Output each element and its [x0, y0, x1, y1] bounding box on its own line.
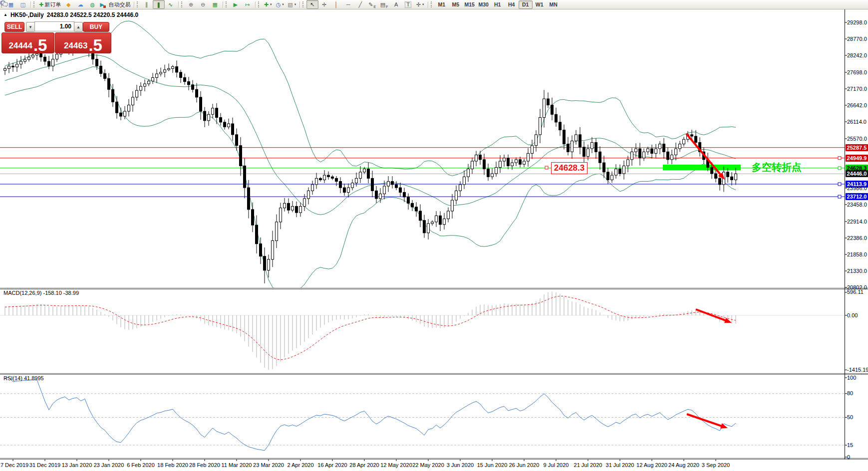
chart-shift-icon: ↦: [245, 2, 250, 7]
text-icon: A: [394, 2, 398, 7]
price-axis-label: 21330.0: [847, 268, 867, 274]
date-axis-label: 23 Mar 2020: [253, 462, 284, 468]
timeframe-h4-button[interactable]: H4: [505, 0, 519, 9]
buy-price-box[interactable]: 24463 .5: [55, 32, 111, 53]
date-axis-label: 15 Jun 2020: [477, 462, 508, 468]
cursor-button[interactable]: ↖: [306, 0, 318, 9]
cloud-publish-button[interactable]: ☁: [74, 0, 86, 9]
sell-price-box[interactable]: 24444 .5: [1, 32, 54, 53]
buy-price-frac: .5: [88, 39, 102, 52]
chart-shift-button[interactable]: ↦: [242, 0, 254, 9]
buy-price-main: 24463: [64, 41, 87, 50]
volume-increase-button[interactable]: ▲: [74, 22, 83, 32]
line-endpoint-handle[interactable]: [838, 157, 841, 160]
trendline-button[interactable]: ╱: [354, 0, 366, 9]
rsi-axis-label: 0: [847, 454, 850, 460]
bar-chart-button[interactable]: ∥: [141, 0, 153, 9]
trendline-icon: ╱: [358, 2, 362, 7]
fibo-channel-button[interactable]: ▤F: [378, 0, 390, 9]
sell-price-frac: .5: [33, 39, 47, 52]
timeframe-m15-button[interactable]: M15: [463, 0, 477, 9]
macd-axis-label: 0.00: [847, 312, 858, 318]
timeframe-m5-button[interactable]: M5: [449, 0, 463, 9]
line-endpoint-handle[interactable]: [838, 167, 841, 170]
marketplace-button[interactable]: ◆: [62, 0, 74, 9]
autotrade-button[interactable]: ▶自动交易: [98, 0, 132, 9]
date-axis-label: 26 Jun 2020: [509, 462, 540, 468]
timeframe-w1-button[interactable]: W1: [533, 0, 547, 9]
price-axis-label: 28242.0: [847, 52, 867, 58]
macd-down-arrow[interactable]: [696, 309, 732, 323]
line-chart-button[interactable]: ∿: [165, 0, 177, 9]
candlestick-series: [4, 40, 737, 283]
new-order-button[interactable]: ✚新订单: [37, 0, 62, 9]
turning-point-highlight-band[interactable]: [663, 165, 741, 170]
periods-icon: ◷: [276, 2, 281, 7]
line-chart-icon: ∿: [168, 2, 173, 7]
crosshair-button[interactable]: ✛: [318, 0, 330, 9]
rsi-axis-label: 100: [847, 375, 856, 381]
templates-button[interactable]: ▧▾: [286, 0, 298, 9]
candlestick-chart-button[interactable]: ❚: [153, 0, 165, 9]
candlestick-chart-icon: ❚: [156, 2, 161, 7]
toolbar-drag-handle: [226, 1, 228, 7]
panel-separator[interactable]: [0, 459, 868, 460]
date-axis-label: 9 Jul 2020: [544, 462, 569, 468]
text-label-button[interactable]: T: [402, 0, 414, 9]
data-window-button[interactable]: ◫: [17, 0, 29, 9]
toolbar-drag-handle: [137, 1, 139, 7]
price-tag: 24949.9: [846, 155, 868, 162]
collapse-panel-icon[interactable]: ▲: [3, 13, 7, 17]
buy-button[interactable]: BUY: [83, 22, 109, 32]
timeframe-d1-button[interactable]: D1: [519, 0, 533, 9]
panel-separator[interactable]: [0, 374, 868, 375]
date-axis-label: 31 Jul 2020: [606, 462, 634, 468]
panel-separator[interactable]: [0, 288, 868, 289]
zoom-out-button[interactable]: ⊖: [197, 0, 209, 9]
date-axis-label: 18 Feb 2020: [157, 462, 188, 468]
periods-button[interactable]: ◷▾: [274, 0, 286, 9]
timeframe-m30-button[interactable]: M30: [477, 0, 491, 9]
add-indicator-button[interactable]: ✚▾: [262, 0, 274, 9]
price-axis-label: 26114.0: [847, 119, 867, 125]
price-axis-label: 27170.0: [847, 86, 867, 92]
volume-input[interactable]: [34, 21, 74, 31]
timeframe-m1-button[interactable]: M1: [435, 0, 449, 9]
line-endpoint-handle[interactable]: [838, 183, 841, 186]
tile-windows-button[interactable]: ▦: [209, 0, 221, 9]
trading-platform-window: ▦◫✚新订单◆☁◍▶自动交易∥❚∿⊕⊖▦▶↦✚▾◷▾▧▾↖✛│─╱✎E▤FAT✢…: [0, 0, 868, 471]
charts-list-icon: ▦: [8, 2, 13, 7]
zoom-in-button[interactable]: ⊕: [185, 0, 197, 9]
date-axis-label: 21 Jul 2020: [574, 462, 602, 468]
sell-button[interactable]: SELL: [4, 22, 24, 32]
date-axis-label: 31 Dec 2019: [29, 462, 60, 468]
price-axis-label: 23458.0: [847, 202, 867, 208]
timeframe-h1-button[interactable]: H1: [491, 0, 505, 9]
timeframe-mn-button[interactable]: MN: [547, 0, 561, 9]
toolbar-separator: [178, 1, 179, 8]
vertical-line-button[interactable]: │: [330, 0, 342, 9]
text-button[interactable]: A: [390, 0, 402, 9]
one-click-trading-panel: SELL ▼ ▲ BUY 24444 .5 24463 .5: [1, 20, 110, 51]
signals-button[interactable]: ◍: [86, 0, 98, 9]
callout-anchor-handle[interactable]: [545, 166, 548, 169]
autotrade-stop-badge: [103, 5, 106, 8]
price-down-arrow[interactable]: [686, 134, 725, 180]
volume-decrease-button[interactable]: ▼: [26, 22, 35, 32]
horizontal-line-button[interactable]: ─: [342, 0, 354, 9]
arrows-button[interactable]: ✢▾: [414, 0, 426, 9]
text-label-icon: T: [405, 1, 411, 8]
price-axis-label: 28770.0: [847, 36, 867, 42]
macd-axis-label: -1415.19: [847, 367, 868, 373]
date-axis-label: 24 Aug 2020: [668, 462, 699, 468]
toolbar-drag-handle: [258, 1, 261, 7]
dropdown-caret-icon: ▾: [270, 2, 272, 6]
price-callout-label[interactable]: 24628.3: [551, 162, 587, 174]
toolbar-separator: [428, 1, 428, 8]
price-chart-canvas[interactable]: [0, 0, 868, 471]
line-endpoint-handle[interactable]: [838, 195, 841, 198]
turning-point-annotation[interactable]: 多空转折点: [752, 161, 802, 174]
fibo-retracement-button[interactable]: ✎E: [366, 0, 378, 9]
auto-scroll-button[interactable]: ▶: [230, 0, 242, 9]
rsi-down-arrow[interactable]: [687, 414, 728, 429]
